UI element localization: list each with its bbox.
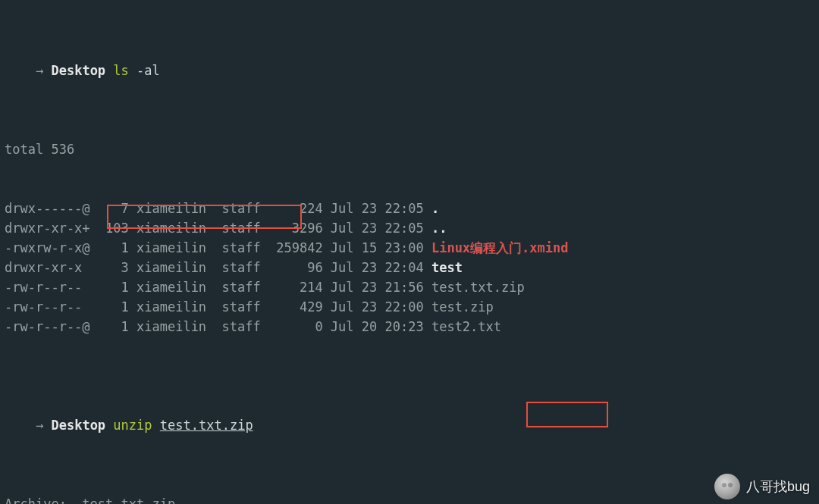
ls-flags: -al (136, 63, 160, 78)
ls-entry-meta: drwxr-xr-x 3 xiameilin staff 96 Jul 23 2… (5, 260, 431, 275)
ls-entry-name: test.zip (431, 299, 494, 315)
unzip-command: unzip (113, 418, 152, 433)
prompt-line-1: → Desktop ls -al (5, 41, 814, 100)
ls-entry-name: .. (431, 221, 447, 236)
archive-line: Archive: test.txt.zip (5, 494, 814, 504)
terminal[interactable]: → Desktop ls -al total 536 drwx------@ 7… (0, 0, 819, 504)
ls-entry-row: -rw-r--r--@ 1 xiameilin staff 0 Jul 20 2… (5, 317, 814, 337)
prompt-arrow: → (36, 418, 43, 433)
ls-entry-name: test (431, 260, 463, 275)
ls-entry-name: test.txt.zip (431, 280, 525, 295)
ls-entry-row: -rw-r--r-- 1 xiameilin staff 214 Jul 23 … (5, 277, 814, 297)
total-line-1: total 536 (5, 139, 814, 159)
unzip-arg: test.txt.zip (160, 418, 253, 433)
prompt-line-2: → Desktop unzip test.txt.zip (5, 396, 814, 455)
ls-entry-row: drwxr-xr-x+ 103 xiameilin staff 3296 Jul… (5, 218, 814, 238)
ls-entry-meta: drwx------@ 7 xiameilin staff 224 Jul 23… (5, 201, 431, 216)
prompt-dir: Desktop (51, 63, 105, 78)
watermark: 八哥找bug (714, 474, 810, 499)
ls-entry-meta: drwxr-xr-x+ 103 xiameilin staff 3296 Jul… (5, 221, 431, 236)
ls-entry-row: drwxr-xr-x 3 xiameilin staff 96 Jul 23 2… (5, 258, 814, 277)
ls-command: ls (113, 63, 128, 78)
ls-entry-name: test2.txt (431, 319, 501, 334)
ls-entry-row: -rwxrw-r-x@ 1 xiameilin staff 259842 Jul… (5, 238, 814, 258)
ls-entry-meta: -rw-r--r-- 1 xiameilin staff 429 Jul 23 … (5, 299, 431, 315)
prompt-arrow: → (36, 63, 43, 78)
prompt-dir: Desktop (51, 418, 105, 433)
ls-entry-row: drwx------@ 7 xiameilin staff 224 Jul 23… (5, 199, 814, 218)
watermark-text: 八哥找bug (746, 477, 810, 496)
ls-entry-meta: -rwxrw-r-x@ 1 xiameilin staff 259842 Jul… (5, 240, 431, 255)
watermark-icon (714, 474, 740, 499)
ls-entry-name: . (431, 201, 439, 216)
ls-entry-meta: -rw-r--r--@ 1 xiameilin staff 0 Jul 20 2… (5, 319, 431, 334)
ls-entry-meta: -rw-r--r-- 1 xiameilin staff 214 Jul 23 … (5, 280, 431, 295)
ls-entry-name: Linux编程入门.xmind (431, 240, 569, 255)
ls-entry-row: -rw-r--r-- 1 xiameilin staff 429 Jul 23 … (5, 297, 814, 317)
